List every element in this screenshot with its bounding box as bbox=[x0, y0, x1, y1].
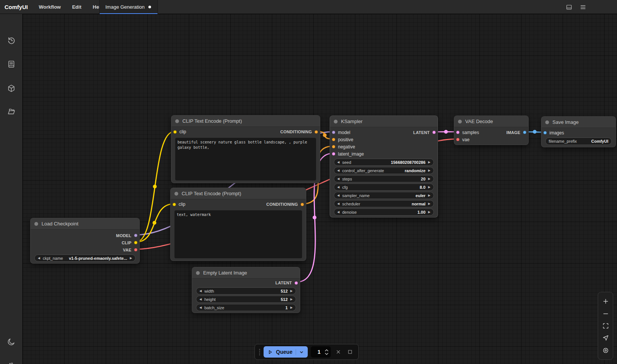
widget-steps[interactable]: ◀ steps 20 ▶ bbox=[334, 175, 434, 182]
increment-arrow-icon[interactable]: ▶ bbox=[290, 290, 293, 293]
zoom-in-button[interactable] bbox=[601, 296, 611, 306]
queue-options-dropdown[interactable] bbox=[296, 349, 304, 355]
node-ksampler[interactable]: KSampler model LATENT positive negative … bbox=[330, 116, 438, 217]
decrement-arrow-icon[interactable]: ◀ bbox=[337, 186, 339, 189]
increment-arrow-icon[interactable]: ▶ bbox=[428, 194, 430, 197]
decrement-arrow-icon[interactable]: ◀ bbox=[337, 161, 339, 164]
node-save-image[interactable]: Save Image images filename_prefix ComfyU… bbox=[541, 116, 616, 147]
input-slot-images[interactable] bbox=[543, 131, 547, 134]
input-slot-positive[interactable] bbox=[332, 138, 335, 141]
widget-cfg[interactable]: ◀ cfg 8.0 ▶ bbox=[334, 184, 434, 191]
input-slot-negative[interactable] bbox=[332, 145, 335, 148]
node-collapse-dot[interactable] bbox=[196, 271, 200, 275]
queue-button[interactable]: Queue bbox=[264, 346, 308, 358]
drag-handle[interactable] bbox=[259, 348, 261, 356]
node-title-bar[interactable]: Save Image bbox=[541, 117, 615, 128]
sidebar-item-node-library[interactable] bbox=[7, 84, 16, 93]
menu-workflow[interactable]: Workflow bbox=[33, 0, 66, 14]
output-slot-latent[interactable] bbox=[432, 131, 436, 134]
input-slot-samples[interactable] bbox=[456, 131, 460, 134]
input-slot-clip[interactable] bbox=[173, 203, 176, 206]
widget-batch-size[interactable]: ◀ batch_size 1 ▶ bbox=[196, 304, 296, 311]
main-menu-button[interactable] bbox=[578, 3, 588, 12]
node-empty-latent-image[interactable]: Empty Latent Image LATENT ◀ width 512 ▶ … bbox=[192, 267, 300, 313]
menu-edit[interactable]: Edit bbox=[66, 0, 87, 14]
decrement-arrow-icon[interactable]: ◀ bbox=[337, 177, 339, 180]
node-collapse-dot[interactable] bbox=[174, 192, 178, 196]
increment-arrow-icon[interactable]: ▶ bbox=[428, 177, 430, 180]
increment-arrow-icon[interactable]: ▶ bbox=[290, 298, 293, 301]
increment-arrow-icon[interactable]: ▶ bbox=[130, 257, 132, 260]
node-collapse-dot[interactable] bbox=[334, 120, 338, 123]
node-title-bar[interactable]: CLIP Text Encode (Prompt) bbox=[171, 116, 320, 127]
node-collapse-dot[interactable] bbox=[458, 120, 462, 123]
settings-button[interactable] bbox=[7, 361, 16, 364]
node-title-bar[interactable]: CLIP Text Encode (Prompt) bbox=[171, 188, 306, 199]
output-slot-model[interactable] bbox=[134, 234, 137, 237]
output-slot-image[interactable] bbox=[523, 131, 526, 134]
increment-arrow-icon[interactable]: ▶ bbox=[428, 161, 430, 164]
node-title-bar[interactable]: VAE Decode bbox=[454, 116, 528, 127]
input-label-vae: vae bbox=[462, 137, 469, 142]
increment-arrow-icon[interactable]: ▶ bbox=[428, 186, 430, 189]
tab-image-generation[interactable]: Image Generation bbox=[99, 0, 158, 14]
toggle-link-visibility-button[interactable] bbox=[601, 345, 611, 355]
input-slot-model[interactable] bbox=[332, 131, 335, 134]
theme-toggle-button[interactable] bbox=[7, 337, 16, 346]
count-increment-icon[interactable] bbox=[325, 349, 329, 352]
fit-view-button[interactable] bbox=[601, 321, 611, 331]
input-slot-clip[interactable] bbox=[173, 130, 177, 134]
increment-arrow-icon[interactable]: ▶ bbox=[428, 211, 430, 214]
zoom-out-button[interactable] bbox=[601, 309, 611, 319]
prompt-textarea[interactable]: beautiful scenery nature glass bottle la… bbox=[175, 138, 316, 180]
output-slot-conditioning[interactable] bbox=[315, 130, 318, 134]
decrement-arrow-icon[interactable]: ◀ bbox=[199, 290, 202, 293]
decrement-arrow-icon[interactable]: ◀ bbox=[199, 306, 202, 309]
input-slot-vae[interactable] bbox=[456, 138, 460, 141]
increment-arrow-icon[interactable]: ▶ bbox=[428, 169, 430, 172]
decrement-arrow-icon[interactable]: ◀ bbox=[337, 211, 339, 214]
node-vae-decode[interactable]: VAE Decode samples IMAGE vae bbox=[454, 116, 529, 145]
widget-denoise[interactable]: ◀ denoise 1.00 ▶ bbox=[334, 208, 434, 216]
select-mode-button[interactable] bbox=[601, 333, 611, 343]
node-collapse-dot[interactable] bbox=[545, 120, 549, 124]
widget-control-after-generate[interactable]: ◀ control_after_generate randomize ▶ bbox=[334, 167, 434, 174]
node-graph-canvas[interactable] bbox=[23, 14, 617, 364]
output-slot-conditioning[interactable] bbox=[301, 203, 304, 206]
decrement-arrow-icon[interactable]: ◀ bbox=[199, 298, 202, 301]
decrement-arrow-icon[interactable]: ◀ bbox=[337, 169, 339, 172]
decrement-arrow-icon[interactable]: ◀ bbox=[38, 257, 40, 260]
prompt-textarea[interactable]: text, watermark bbox=[174, 210, 302, 258]
widget-scheduler[interactable]: ◀ scheduler normal ▶ bbox=[334, 200, 434, 207]
widget-ckpt-name[interactable]: ◀ ckpt_name v1-5-pruned-emaonly.safete..… bbox=[34, 254, 136, 262]
output-slot-latent[interactable] bbox=[295, 281, 298, 285]
node-title-bar[interactable]: Load Checkpoint bbox=[31, 218, 139, 230]
node-clip-text-encode-negative[interactable]: CLIP Text Encode (Prompt) clip CONDITION… bbox=[170, 188, 306, 261]
input-slot-latent-image[interactable] bbox=[332, 152, 335, 156]
bottom-panel-toggle-button[interactable] bbox=[565, 3, 574, 12]
decrement-arrow-icon[interactable]: ◀ bbox=[337, 194, 339, 197]
increment-arrow-icon[interactable]: ▶ bbox=[290, 306, 293, 309]
widget-filename-prefix[interactable]: filename_prefix ComfyUI bbox=[545, 137, 612, 145]
sidebar-item-queue[interactable] bbox=[7, 60, 16, 69]
node-title-bar[interactable]: Empty Latent Image bbox=[192, 267, 300, 279]
interrupt-button[interactable] bbox=[346, 347, 355, 356]
sidebar-item-history[interactable] bbox=[7, 36, 16, 45]
widget-sampler-name[interactable]: ◀ sampler_name euler ▶ bbox=[334, 192, 434, 199]
node-title-bar[interactable]: KSampler bbox=[330, 116, 438, 127]
node-collapse-dot[interactable] bbox=[34, 222, 38, 226]
node-collapse-dot[interactable] bbox=[175, 119, 179, 123]
sidebar-item-workflows[interactable] bbox=[7, 107, 16, 116]
node-clip-text-encode-positive[interactable]: CLIP Text Encode (Prompt) clip CONDITION… bbox=[171, 115, 320, 183]
increment-arrow-icon[interactable]: ▶ bbox=[428, 202, 430, 205]
node-load-checkpoint[interactable]: Load Checkpoint MODEL CLIP VAE ◀ ckpt_na… bbox=[30, 218, 140, 264]
widget-seed[interactable]: ◀ seed 156680208700286 ▶ bbox=[334, 159, 434, 166]
widget-width[interactable]: ◀ width 512 ▶ bbox=[196, 287, 296, 295]
batch-count-input[interactable]: 1 bbox=[311, 346, 331, 358]
output-slot-clip[interactable] bbox=[134, 241, 137, 244]
output-slot-vae[interactable] bbox=[134, 248, 137, 251]
widget-height[interactable]: ◀ height 512 ▶ bbox=[196, 296, 296, 303]
clear-queue-button[interactable] bbox=[334, 347, 342, 356]
decrement-arrow-icon[interactable]: ◀ bbox=[337, 202, 339, 205]
count-decrement-icon[interactable] bbox=[325, 353, 329, 355]
